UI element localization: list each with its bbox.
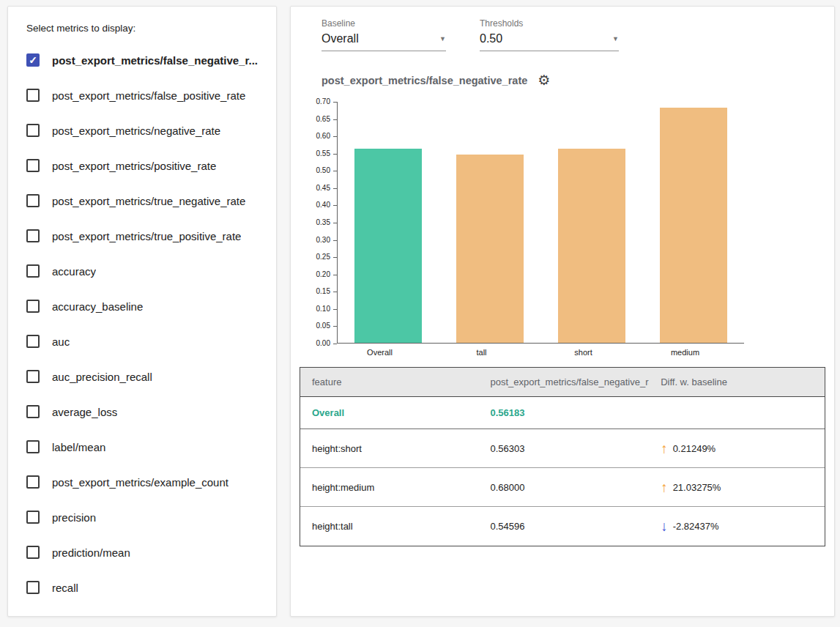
y-axis-tick-label: 0.35	[316, 219, 330, 226]
metric-item[interactable]: average_loss	[26, 394, 266, 429]
checkbox-unchecked-icon[interactable]	[26, 159, 40, 172]
metrics-sidebar: Select metrics to display: ✓post_export_…	[7, 6, 277, 617]
metric-item[interactable]: post_export_metrics/positive_rate	[26, 148, 266, 183]
metric-label: post_export_metrics/positive_rate	[52, 160, 216, 172]
x-axis-label: short	[532, 348, 634, 357]
bars	[338, 102, 744, 343]
diff-cell: ↑0.21249%	[649, 442, 825, 456]
x-axis-label: tall	[431, 348, 532, 357]
x-axis-label: Overall	[329, 348, 431, 357]
diff-value: 0.21249%	[673, 443, 716, 454]
checkbox-unchecked-icon[interactable]	[26, 335, 40, 348]
metric-label: post_export_metrics/true_negative_rate	[52, 195, 245, 207]
y-axis-tick-label: 0.15	[316, 288, 330, 295]
metric-label: post_export_metrics/negative_rate	[52, 125, 220, 137]
y-axis-tick-label: 0.05	[316, 322, 330, 330]
bar-medium[interactable]	[660, 108, 727, 343]
bar-slot	[642, 102, 744, 343]
value-cell: 0.56183	[478, 407, 649, 418]
metric-item[interactable]: auc_precision_recall	[26, 359, 266, 394]
metric-label: post_export_metrics/example_count	[52, 476, 228, 489]
checkbox-unchecked-icon[interactable]	[26, 440, 40, 453]
checkbox-unchecked-icon[interactable]	[26, 511, 40, 524]
controls-row: Baseline Overall ▼ Thresholds 0.50 ▼	[321, 18, 825, 51]
checkbox-unchecked-icon[interactable]	[26, 124, 40, 137]
checkbox-unchecked-icon[interactable]	[26, 194, 40, 207]
metric-label: auc	[52, 335, 70, 348]
table-row[interactable]: height:tall0.54596↓-2.82437%	[300, 507, 825, 546]
value-cell: 0.68000	[478, 482, 649, 493]
value-cell: 0.56303	[478, 443, 649, 454]
chart-header: post_export_metrics/false_negative_rate …	[321, 73, 825, 87]
table-header-row: feature post_export_metrics/false_negati…	[300, 368, 825, 397]
arrow-up-icon: ↑	[661, 481, 668, 494]
metric-item[interactable]: recall	[26, 570, 266, 605]
metric-label: average_loss	[52, 406, 117, 418]
plot-area	[337, 102, 744, 344]
y-axis-tick-label: 0.45	[316, 185, 330, 192]
metrics-table-body: Overall0.56183height:short0.56303↑0.2124…	[300, 397, 825, 546]
checkbox-unchecked-icon[interactable]	[26, 475, 40, 489]
baseline-dropdown-value[interactable]: Overall	[321, 32, 359, 45]
y-axis-tick-label: 0.30	[316, 237, 330, 244]
checkbox-unchecked-icon[interactable]	[26, 546, 40, 559]
checkbox-unchecked-icon[interactable]	[26, 405, 40, 418]
metric-label: precision	[52, 511, 96, 524]
baseline-dropdown-label: Baseline	[321, 18, 446, 29]
y-axis-tick-label: 0.20	[316, 271, 330, 278]
metric-label: post_export_metrics/true_positive_rate	[52, 230, 241, 242]
gear-icon[interactable]: ⚙	[538, 73, 550, 87]
y-axis-tick-label: 0.65	[316, 116, 330, 123]
diff-cell: ↑21.03275%	[649, 481, 825, 494]
checkbox-unchecked-icon[interactable]	[26, 264, 40, 278]
checkbox-unchecked-icon[interactable]	[26, 581, 40, 594]
metric-item[interactable]: auc	[26, 324, 266, 359]
x-axis-label: medium	[634, 348, 736, 357]
table-header-metric: post_export_metrics/false_negative_rat..…	[478, 376, 649, 387]
diff-value: 21.03275%	[673, 482, 721, 493]
metric-item[interactable]: label/mean	[26, 429, 266, 464]
table-header-feature: feature	[300, 376, 478, 387]
metric-item[interactable]: ✓post_export_metrics/false_negative_r...	[26, 42, 266, 78]
feature-cell: height:short	[300, 443, 478, 454]
table-row[interactable]: height:short0.56303↑0.21249%	[300, 429, 825, 468]
bar-Overall[interactable]	[354, 149, 422, 343]
bar-slot	[541, 102, 643, 343]
checkbox-unchecked-icon[interactable]	[26, 370, 40, 383]
value-cell: 0.54596	[478, 521, 649, 532]
metric-label: accuracy_baseline	[52, 300, 143, 313]
baseline-dropdown[interactable]: Baseline Overall ▼	[321, 18, 446, 51]
metric-item[interactable]: precision	[26, 500, 266, 535]
table-row[interactable]: Overall0.56183	[300, 397, 825, 429]
bar-chart: 0.000.050.100.150.200.250.300.350.400.45…	[308, 102, 825, 344]
feature-cell: height:medium	[300, 482, 478, 493]
metric-item[interactable]: post_export_metrics/example_count	[26, 464, 266, 500]
metric-label: post_export_metrics/false_negative_r...	[52, 54, 258, 67]
metric-item[interactable]: post_export_metrics/false_positive_rate	[26, 78, 266, 113]
thresholds-dropdown-value[interactable]: 0.50	[480, 32, 502, 45]
metric-item[interactable]: post_export_metrics/negative_rate	[26, 113, 266, 148]
metric-label: label/mean	[52, 441, 105, 453]
metric-item[interactable]: post_export_metrics/true_negative_rate	[26, 183, 266, 218]
metric-item[interactable]: accuracy_baseline	[26, 289, 266, 324]
metric-item[interactable]: prediction/mean	[26, 535, 266, 570]
x-axis-labels: Overalltallshortmedium	[329, 348, 736, 357]
table-row[interactable]: height:medium0.68000↑21.03275%	[300, 468, 825, 507]
y-axis-tick-label: 0.60	[316, 133, 330, 140]
checkbox-unchecked-icon[interactable]	[26, 89, 40, 102]
metric-item[interactable]: post_export_metrics/true_positive_rate	[26, 218, 266, 253]
metrics-table: feature post_export_metrics/false_negati…	[300, 367, 825, 546]
checkbox-unchecked-icon[interactable]	[26, 229, 40, 242]
checkbox-checked-icon[interactable]: ✓	[26, 53, 40, 67]
metric-label: auc_precision_recall	[52, 371, 152, 383]
metric-list: ✓post_export_metrics/false_negative_r...…	[26, 42, 266, 605]
thresholds-dropdown[interactable]: Thresholds 0.50 ▼	[480, 18, 619, 51]
metric-item[interactable]: accuracy	[26, 253, 266, 289]
checkbox-unchecked-icon[interactable]	[26, 300, 40, 313]
bar-short[interactable]	[558, 149, 625, 343]
y-axis-tick-label: 0.25	[316, 253, 330, 261]
chevron-down-icon: ▼	[612, 35, 619, 42]
y-axis-tick-label: 0.70	[316, 98, 330, 105]
metric-label: recall	[52, 582, 78, 594]
bar-tall[interactable]	[456, 155, 524, 343]
